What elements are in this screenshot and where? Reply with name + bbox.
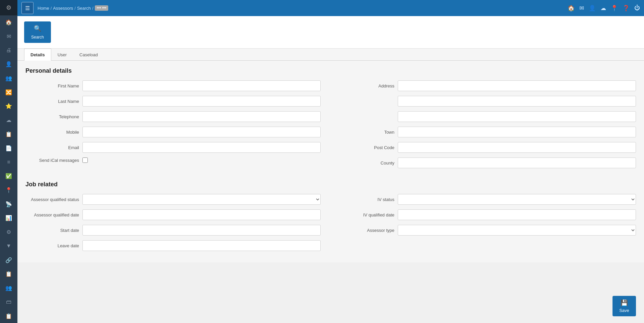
start-date-input[interactable] bbox=[82, 225, 321, 236]
checklist-icon: ✅ bbox=[5, 173, 12, 179]
last-name-group: Last Name bbox=[25, 96, 321, 107]
nav-cloud-icon[interactable]: ☁ bbox=[600, 5, 606, 12]
document-icon: 📄 bbox=[5, 145, 12, 151]
sidebar-logo[interactable]: ⚙ bbox=[0, 0, 17, 15]
breadcrumb-search[interactable]: Search bbox=[77, 6, 91, 11]
breadcrumb-sep1: / bbox=[51, 6, 52, 11]
save-button[interactable]: 💾 Save bbox=[613, 296, 636, 316]
iv-status-select[interactable] bbox=[398, 194, 636, 205]
settings2-icon: ⚙ bbox=[6, 229, 11, 235]
sidebar-item-list[interactable]: ≡ bbox=[0, 155, 17, 169]
personal-details-title: Personal details bbox=[25, 67, 636, 74]
list-icon: ≡ bbox=[7, 159, 10, 165]
email-input[interactable] bbox=[82, 142, 321, 153]
sidebar-item-settings2[interactable]: ⚙ bbox=[0, 225, 17, 239]
main-area: ☰ Home / Assessors / Search / ••• ••• 🏠 … bbox=[17, 0, 644, 323]
personal-details-right: Address Town bbox=[341, 80, 636, 173]
sidebar-item-signal[interactable]: 📡 bbox=[0, 197, 17, 211]
send-ical-checkbox[interactable] bbox=[82, 157, 88, 163]
town-input[interactable] bbox=[398, 127, 636, 137]
breadcrumb-sep3: / bbox=[92, 6, 93, 11]
job-related-left: Assessor qualified status Assessor quali… bbox=[25, 194, 321, 256]
nav-user-icon[interactable]: 👤 bbox=[589, 5, 596, 12]
nav-help-icon[interactable]: ❓ bbox=[623, 5, 630, 12]
job-related-right: IV status IV qualified date Assessor typ… bbox=[341, 194, 636, 256]
search-button[interactable]: 🔍 Search bbox=[24, 21, 51, 43]
sidebar-item-cloud[interactable]: ☁ bbox=[0, 113, 17, 127]
town-group: Town bbox=[341, 127, 636, 137]
personal-details-left: First Name Last Name Telephone Mobile bbox=[25, 80, 321, 173]
sidebar-item-link[interactable]: 🔗 bbox=[0, 253, 17, 267]
sidebar-item-location[interactable]: 📍 bbox=[0, 183, 17, 197]
sidebar-item-list2[interactable]: 📋 bbox=[0, 309, 17, 323]
users2-icon: 👥 bbox=[5, 285, 12, 291]
send-ical-checkbox-group bbox=[82, 157, 88, 163]
sidebar-item-user[interactable]: 👤 bbox=[0, 57, 17, 71]
grid-icon: ⚙ bbox=[6, 4, 11, 11]
email-group: Email bbox=[25, 142, 321, 153]
sidebar-item-document[interactable]: 📄 bbox=[0, 141, 17, 155]
menu-button[interactable]: ☰ bbox=[21, 2, 34, 14]
assessor-qualified-status-label: Assessor qualified status bbox=[25, 197, 79, 202]
assessor-type-select[interactable] bbox=[398, 225, 636, 236]
mobile-group: Mobile bbox=[25, 127, 321, 137]
tab-details[interactable]: Details bbox=[24, 49, 51, 61]
tab-caseload[interactable]: Caseload bbox=[73, 49, 104, 61]
sidebar-item-workflow[interactable]: 🔀 bbox=[0, 85, 17, 99]
county-input[interactable] bbox=[398, 157, 636, 168]
sidebar-item-board[interactable]: 📋 bbox=[0, 267, 17, 281]
tab-user[interactable]: User bbox=[51, 49, 73, 61]
chart-icon: 📊 bbox=[5, 215, 12, 221]
sidebar-item-users2[interactable]: 👥 bbox=[0, 281, 17, 295]
sidebar-item-chart[interactable]: 📊 bbox=[0, 211, 17, 225]
leave-date-group: Leave date bbox=[25, 240, 321, 251]
send-ical-label: Send iCal messages bbox=[25, 158, 79, 163]
last-name-label: Last Name bbox=[25, 99, 79, 104]
sidebar-item-archive[interactable]: 🗃 bbox=[0, 295, 17, 309]
sidebar-item-favorites[interactable]: ⭐ bbox=[0, 99, 17, 113]
leave-date-label: Leave date bbox=[25, 243, 79, 248]
nav-location-icon[interactable]: 📍 bbox=[611, 5, 618, 12]
breadcrumb-assessors[interactable]: Assessors bbox=[53, 6, 73, 11]
save-icon: 💾 bbox=[621, 299, 628, 307]
sidebar-item-team[interactable]: 👥 bbox=[0, 71, 17, 85]
link-icon: 🔗 bbox=[5, 257, 12, 263]
star-icon: ⭐ bbox=[5, 103, 12, 109]
assessor-qualified-status-group: Assessor qualified status bbox=[25, 194, 321, 205]
address1-label: Address bbox=[341, 83, 394, 88]
sidebar-item-filter[interactable]: ▼ bbox=[0, 239, 17, 253]
sidebar-item-print[interactable]: 🖨 bbox=[0, 43, 17, 57]
nav-mail-icon[interactable]: ✉ bbox=[579, 5, 584, 12]
mobile-input[interactable] bbox=[82, 127, 321, 137]
telephone-input[interactable] bbox=[82, 111, 321, 122]
assessor-type-label: Assessor type bbox=[341, 228, 394, 233]
breadcrumb: Home / Assessors / Search / ••• ••• bbox=[38, 5, 108, 11]
form-container: Personal details First Name Last Name Te… bbox=[17, 61, 644, 262]
first-name-input[interactable] bbox=[82, 80, 321, 91]
postcode-input[interactable] bbox=[398, 142, 636, 153]
last-name-input[interactable] bbox=[82, 96, 321, 107]
print-icon: 🖨 bbox=[6, 47, 11, 53]
iv-status-label: IV status bbox=[341, 197, 394, 202]
sidebar-item-checklist[interactable]: ✅ bbox=[0, 169, 17, 183]
toolbar: 🔍 Search bbox=[17, 16, 644, 49]
sidebar-item-home[interactable]: 🏠 bbox=[0, 15, 17, 29]
address1-input[interactable] bbox=[398, 80, 636, 91]
postcode-group: Post Code bbox=[341, 142, 636, 153]
leave-date-input[interactable] bbox=[82, 240, 321, 251]
home-icon: 🏠 bbox=[5, 19, 12, 25]
start-date-group: Start date bbox=[25, 225, 321, 236]
address3-input[interactable] bbox=[398, 111, 636, 122]
nav-home-icon[interactable]: 🏠 bbox=[568, 5, 575, 12]
sidebar-item-messages[interactable]: ✉ bbox=[0, 29, 17, 43]
address2-input[interactable] bbox=[398, 96, 636, 107]
breadcrumb-home[interactable]: Home bbox=[38, 6, 49, 11]
nav-power-icon[interactable]: ⏻ bbox=[634, 5, 640, 11]
assessor-qualified-date-input[interactable] bbox=[82, 209, 321, 220]
sidebar-item-notes[interactable]: 📋 bbox=[0, 127, 17, 141]
cloud-icon: ☁ bbox=[6, 117, 11, 123]
iv-qualified-date-input[interactable] bbox=[398, 209, 636, 220]
board-icon: 📋 bbox=[5, 271, 12, 277]
assessor-qualified-status-select[interactable] bbox=[82, 194, 321, 205]
breadcrumb-current: ••• ••• bbox=[95, 5, 109, 11]
